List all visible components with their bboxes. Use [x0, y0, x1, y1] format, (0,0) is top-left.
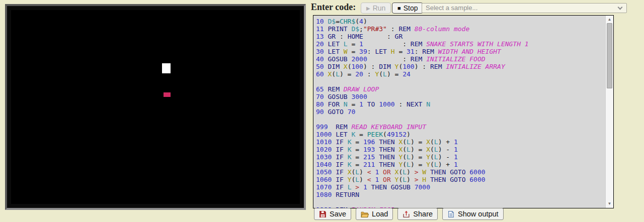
load-button-label: Load: [372, 210, 388, 218]
enter-code-label: Enter code:: [311, 2, 356, 13]
run-button-label: Run: [373, 4, 386, 12]
code-line: 1060 IF Y(L) < 1 OR Y(L) > H THEN GOTO 6…: [316, 176, 605, 183]
code-line: 10 D$=CHR$(4): [316, 18, 605, 25]
code-line: 40 GOSUB 2000 : REM INITIALIZE FOOD: [316, 55, 605, 63]
action-bar: Save Load Share: [314, 208, 504, 220]
code-line: [316, 78, 605, 85]
toolbar: Enter code: ▶ Run ■ Stop Select a sample…: [308, 0, 644, 15]
code-line: 90 GOTO 70: [316, 108, 605, 116]
code-line: 11 PRINT D$;"PR#3" : REM 80-column mode: [316, 25, 605, 33]
code-line: 20 LET L = 1 : REM SNAKE STARTS WITH LEN…: [316, 40, 605, 48]
save-button[interactable]: Save: [314, 208, 351, 220]
code-line: 1070 IF L > 1 THEN GOSUB 7000: [316, 183, 605, 191]
code-line: 1030 IF K = 215 THEN Y(L) = Y(L) - 1: [316, 153, 605, 161]
play-icon: ▶: [366, 6, 370, 11]
stop-button-label: Stop: [404, 4, 418, 12]
code-line: 13 GR : HOME : GR: [316, 33, 605, 40]
code-line: 70 GOSUB 3000: [316, 93, 605, 100]
scroll-up-icon[interactable]: ▲: [606, 16, 613, 23]
emulator-screen[interactable]: [11, 10, 300, 204]
code-line: 1020 IF K = 193 THEN X(L) = X(L) - 1: [316, 146, 605, 153]
code-line: [316, 198, 605, 206]
code-line: 80 FOR N = 1 TO 1000 : NEXT N: [316, 100, 605, 108]
code-lines[interactable]: 10 D$=CHR$(4)11 PRINT D$;"PR#3" : REM 80…: [313, 16, 605, 208]
share-button-label: Share: [413, 210, 433, 218]
emulator-monitor: [5, 4, 306, 210]
code-line: [316, 116, 605, 123]
share-button[interactable]: Share: [397, 208, 438, 220]
load-button[interactable]: Load: [356, 208, 393, 220]
stop-button[interactable]: ■ Stop: [392, 3, 423, 14]
editor-scrollbar[interactable]: ▲ ▼: [605, 16, 613, 208]
scrollbar-thumb[interactable]: [607, 23, 612, 88]
code-line: 65 REM DRAW LOOP: [316, 85, 605, 93]
folder-icon: [361, 210, 369, 218]
code-editor[interactable]: 10 D$=CHR$(4)11 PRINT D$;"PR#3" : REM 80…: [313, 15, 614, 208]
share-icon: [403, 210, 410, 218]
floppy-icon: [319, 210, 327, 218]
sample-select[interactable]: Select a sample...: [422, 3, 627, 13]
code-line: 60 X(L) = 20 : Y(L) = 24: [316, 70, 605, 78]
code-line: 1080 RETURN: [316, 191, 605, 198]
chevron-down-icon: [618, 5, 623, 10]
show-output-button[interactable]: Show output: [442, 208, 504, 220]
stop-icon: ■: [397, 5, 401, 11]
code-line: 1040 IF K = 211 THEN Y(L) = Y(L) + 1: [316, 161, 605, 168]
save-button-label: Save: [330, 210, 346, 218]
show-output-button-label: Show output: [458, 210, 499, 218]
code-line: 1010 IF K = 196 THEN X(L) = X(L) + 1: [316, 138, 605, 146]
food-cell: [164, 92, 171, 97]
run-button[interactable]: ▶ Run: [361, 3, 391, 14]
scroll-down-icon[interactable]: ▼: [606, 200, 613, 207]
code-line: 50 DIM X(100) : DIM Y(100) : REM INTIALI…: [316, 63, 605, 70]
code-line: 1000 LET K = PEEK(49152): [316, 131, 605, 138]
code-line: 30 LET W = 39: LET H = 31: REM WIDTH AND…: [316, 48, 605, 55]
sample-select-placeholder: Select a sample...: [426, 4, 477, 12]
code-line: 1050 IF X(L) < 1 OR X(L) > W THEN GOTO 6…: [316, 168, 605, 176]
snake-cell: [162, 63, 171, 73]
code-line: 999 REM READ KEYBOARD INPUT: [316, 123, 605, 131]
document-icon: [447, 210, 455, 218]
